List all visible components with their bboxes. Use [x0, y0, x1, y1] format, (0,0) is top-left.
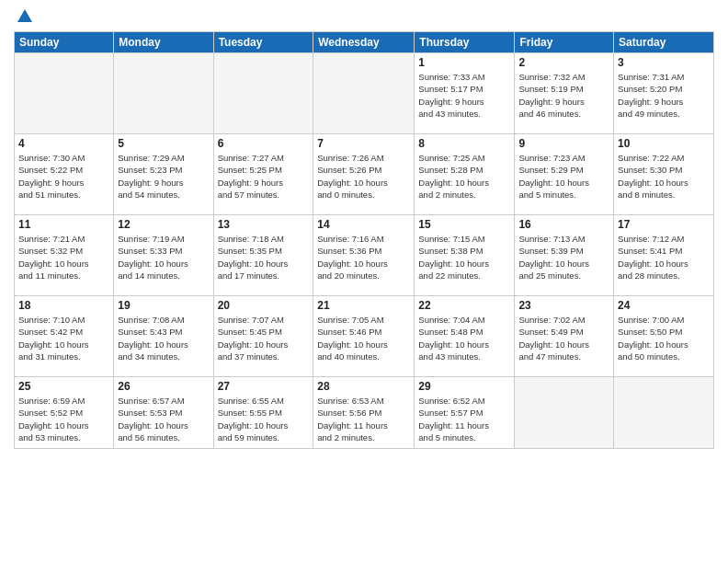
calendar-cell: 25Sunrise: 6:59 AM Sunset: 5:52 PM Dayli… — [15, 377, 114, 449]
day-info: Sunrise: 7:16 AM Sunset: 5:36 PM Dayligh… — [317, 233, 410, 282]
calendar-cell: 23Sunrise: 7:02 AM Sunset: 5:49 PM Dayli… — [515, 296, 614, 377]
day-info: Sunrise: 7:15 AM Sunset: 5:38 PM Dayligh… — [418, 233, 510, 282]
day-info: Sunrise: 7:33 AM Sunset: 5:17 PM Dayligh… — [418, 71, 510, 120]
col-header-tuesday: Tuesday — [213, 32, 313, 53]
day-info: Sunrise: 7:29 AM Sunset: 5:23 PM Dayligh… — [118, 152, 209, 201]
day-info: Sunrise: 6:57 AM Sunset: 5:53 PM Dayligh… — [118, 395, 209, 443]
day-number: 16 — [518, 218, 609, 231]
calendar-week-row: 1Sunrise: 7:33 AM Sunset: 5:17 PM Daylig… — [15, 53, 714, 134]
calendar-cell: 26Sunrise: 6:57 AM Sunset: 5:53 PM Dayli… — [114, 377, 213, 449]
calendar-cell: 20Sunrise: 7:07 AM Sunset: 5:45 PM Dayli… — [213, 296, 313, 377]
day-number: 9 — [518, 137, 609, 150]
day-number: 5 — [118, 137, 209, 150]
calendar-cell: 29Sunrise: 6:52 AM Sunset: 5:57 PM Dayli… — [415, 377, 515, 449]
day-number: 8 — [418, 137, 510, 150]
calendar-cell: 13Sunrise: 7:18 AM Sunset: 5:35 PM Dayli… — [213, 215, 313, 296]
calendar-table: SundayMondayTuesdayWednesdayThursdayFrid… — [14, 31, 714, 449]
calendar-cell: 21Sunrise: 7:05 AM Sunset: 5:46 PM Dayli… — [313, 296, 415, 377]
day-info: Sunrise: 7:26 AM Sunset: 5:26 PM Dayligh… — [317, 152, 410, 201]
calendar-header-row: SundayMondayTuesdayWednesdayThursdayFrid… — [15, 32, 714, 53]
calendar-cell: 24Sunrise: 7:00 AM Sunset: 5:50 PM Dayli… — [614, 296, 714, 377]
day-info: Sunrise: 7:07 AM Sunset: 5:45 PM Dayligh… — [218, 314, 310, 362]
col-header-sunday: Sunday — [15, 32, 114, 53]
page: SundayMondayTuesdayWednesdayThursdayFrid… — [0, 0, 728, 563]
calendar-cell: 7Sunrise: 7:26 AM Sunset: 5:26 PM Daylig… — [313, 134, 415, 215]
calendar-cell: 16Sunrise: 7:13 AM Sunset: 5:39 PM Dayli… — [515, 215, 614, 296]
logo — [14, 9, 32, 24]
calendar-cell: 19Sunrise: 7:08 AM Sunset: 5:43 PM Dayli… — [114, 296, 213, 377]
calendar-week-row: 18Sunrise: 7:10 AM Sunset: 5:42 PM Dayli… — [15, 296, 714, 377]
day-info: Sunrise: 7:31 AM Sunset: 5:20 PM Dayligh… — [618, 71, 710, 120]
svg-marker-0 — [17, 9, 32, 22]
day-number: 26 — [118, 380, 209, 393]
day-number: 6 — [218, 137, 310, 150]
calendar-cell — [515, 377, 614, 449]
day-number: 17 — [618, 218, 710, 231]
day-info: Sunrise: 7:10 AM Sunset: 5:42 PM Dayligh… — [18, 314, 109, 362]
calendar-cell: 6Sunrise: 7:27 AM Sunset: 5:25 PM Daylig… — [213, 134, 313, 215]
day-number: 29 — [418, 380, 510, 393]
calendar-week-row: 11Sunrise: 7:21 AM Sunset: 5:32 PM Dayli… — [15, 215, 714, 296]
day-info: Sunrise: 7:23 AM Sunset: 5:29 PM Dayligh… — [518, 152, 609, 201]
day-info: Sunrise: 7:12 AM Sunset: 5:41 PM Dayligh… — [618, 233, 710, 282]
day-info: Sunrise: 7:02 AM Sunset: 5:49 PM Dayligh… — [518, 314, 609, 362]
day-info: Sunrise: 7:05 AM Sunset: 5:46 PM Dayligh… — [317, 314, 410, 362]
calendar-cell: 17Sunrise: 7:12 AM Sunset: 5:41 PM Dayli… — [614, 215, 714, 296]
calendar-cell: 1Sunrise: 7:33 AM Sunset: 5:17 PM Daylig… — [415, 53, 515, 134]
day-info: Sunrise: 6:53 AM Sunset: 5:56 PM Dayligh… — [317, 395, 410, 443]
day-number: 22 — [418, 299, 510, 312]
day-info: Sunrise: 7:21 AM Sunset: 5:32 PM Dayligh… — [18, 233, 109, 282]
day-info: Sunrise: 7:22 AM Sunset: 5:30 PM Dayligh… — [618, 152, 710, 201]
day-info: Sunrise: 7:04 AM Sunset: 5:48 PM Dayligh… — [418, 314, 510, 362]
header — [14, 9, 714, 24]
calendar-cell: 9Sunrise: 7:23 AM Sunset: 5:29 PM Daylig… — [515, 134, 614, 215]
col-header-wednesday: Wednesday — [313, 32, 415, 53]
col-header-friday: Friday — [515, 32, 614, 53]
calendar-week-row: 25Sunrise: 6:59 AM Sunset: 5:52 PM Dayli… — [15, 377, 714, 449]
day-number: 15 — [418, 218, 510, 231]
calendar-cell — [614, 377, 714, 449]
day-info: Sunrise: 7:25 AM Sunset: 5:28 PM Dayligh… — [418, 152, 510, 201]
day-info: Sunrise: 7:27 AM Sunset: 5:25 PM Dayligh… — [218, 152, 310, 201]
calendar-cell — [213, 53, 313, 134]
day-number: 23 — [518, 299, 609, 312]
calendar-week-row: 4Sunrise: 7:30 AM Sunset: 5:22 PM Daylig… — [15, 134, 714, 215]
calendar-cell: 5Sunrise: 7:29 AM Sunset: 5:23 PM Daylig… — [114, 134, 213, 215]
day-info: Sunrise: 7:18 AM Sunset: 5:35 PM Dayligh… — [218, 233, 310, 282]
calendar-cell — [313, 53, 415, 134]
calendar-cell — [15, 53, 114, 134]
calendar-cell: 22Sunrise: 7:04 AM Sunset: 5:48 PM Dayli… — [415, 296, 515, 377]
calendar-cell: 4Sunrise: 7:30 AM Sunset: 5:22 PM Daylig… — [15, 134, 114, 215]
day-info: Sunrise: 7:30 AM Sunset: 5:22 PM Dayligh… — [18, 152, 109, 201]
calendar-cell: 15Sunrise: 7:15 AM Sunset: 5:38 PM Dayli… — [415, 215, 515, 296]
calendar-cell: 12Sunrise: 7:19 AM Sunset: 5:33 PM Dayli… — [114, 215, 213, 296]
day-number: 13 — [218, 218, 310, 231]
day-number: 19 — [118, 299, 209, 312]
logo-icon — [17, 9, 32, 24]
day-number: 11 — [18, 218, 109, 231]
col-header-monday: Monday — [114, 32, 213, 53]
col-header-saturday: Saturday — [614, 32, 714, 53]
day-info: Sunrise: 6:52 AM Sunset: 5:57 PM Dayligh… — [418, 395, 510, 443]
day-info: Sunrise: 7:32 AM Sunset: 5:19 PM Dayligh… — [518, 71, 609, 120]
day-info: Sunrise: 7:19 AM Sunset: 5:33 PM Dayligh… — [118, 233, 209, 282]
day-number: 25 — [18, 380, 109, 393]
calendar-cell — [114, 53, 213, 134]
calendar-cell: 8Sunrise: 7:25 AM Sunset: 5:28 PM Daylig… — [415, 134, 515, 215]
day-number: 28 — [317, 380, 410, 393]
day-number: 10 — [618, 137, 710, 150]
calendar-cell: 11Sunrise: 7:21 AM Sunset: 5:32 PM Dayli… — [15, 215, 114, 296]
calendar-cell: 18Sunrise: 7:10 AM Sunset: 5:42 PM Dayli… — [15, 296, 114, 377]
calendar-cell: 14Sunrise: 7:16 AM Sunset: 5:36 PM Dayli… — [313, 215, 415, 296]
day-number: 18 — [18, 299, 109, 312]
day-info: Sunrise: 7:08 AM Sunset: 5:43 PM Dayligh… — [118, 314, 209, 362]
calendar-cell: 3Sunrise: 7:31 AM Sunset: 5:20 PM Daylig… — [614, 53, 714, 134]
col-header-thursday: Thursday — [415, 32, 515, 53]
day-number: 12 — [118, 218, 209, 231]
day-number: 21 — [317, 299, 410, 312]
day-number: 14 — [317, 218, 410, 231]
day-number: 24 — [618, 299, 710, 312]
day-number: 2 — [518, 56, 609, 69]
day-number: 1 — [418, 56, 510, 69]
day-number: 27 — [218, 380, 310, 393]
